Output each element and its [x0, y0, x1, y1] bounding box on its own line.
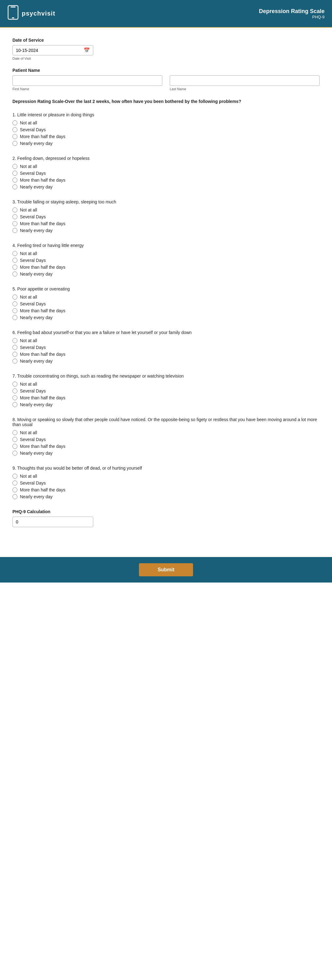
radio-label-q9-o4: Nearly every day	[20, 494, 52, 499]
radio-input-q3-o3[interactable]	[13, 221, 17, 226]
radio-option-q5-o2[interactable]: Several Days	[13, 301, 319, 306]
first-name-label: First Name	[13, 87, 162, 91]
radio-label-q9-o1: Not at all	[20, 474, 37, 479]
section-description-text: Depression Rating Scale-Over the last 2 …	[13, 98, 319, 105]
radio-option-q7-o1[interactable]: Not at all	[13, 382, 319, 387]
radio-option-q9-o2[interactable]: Several Days	[13, 480, 319, 485]
radio-option-q3-o4[interactable]: Nearly every day	[13, 228, 319, 233]
radio-input-q5-o4[interactable]	[13, 315, 17, 320]
radio-option-q8-o2[interactable]: Several Days	[13, 437, 319, 442]
radio-option-q3-o2[interactable]: Several Days	[13, 214, 319, 219]
radio-input-q5-o2[interactable]	[13, 301, 17, 306]
radio-option-q4-o3[interactable]: More than half the days	[13, 265, 319, 270]
question-block-3: 3. Trouble falling or staying asleep, sl…	[13, 199, 319, 233]
radio-label-q6-o2: Several Days	[20, 345, 46, 350]
radio-input-q2-o3[interactable]	[13, 178, 17, 183]
radio-option-q2-o2[interactable]: Several Days	[13, 171, 319, 176]
radio-option-q2-o1[interactable]: Not at all	[13, 164, 319, 169]
radio-input-q3-o1[interactable]	[13, 207, 17, 212]
radio-option-q8-o1[interactable]: Not at all	[13, 430, 319, 435]
svg-rect-0	[8, 6, 18, 19]
radio-option-q7-o4[interactable]: Nearly every day	[13, 402, 319, 407]
radio-input-q1-o4[interactable]	[13, 141, 17, 146]
name-row: First Name Last Name	[13, 75, 319, 91]
radio-option-q1-o2[interactable]: Several Days	[13, 127, 319, 132]
radio-label-q9-o2: Several Days	[20, 480, 46, 485]
radio-input-q9-o1[interactable]	[13, 474, 17, 479]
radio-option-q4-o1[interactable]: Not at all	[13, 251, 319, 256]
radio-option-q4-o4[interactable]: Nearly every day	[13, 272, 319, 277]
last-name-field: Last Name	[170, 75, 319, 91]
radio-option-q3-o1[interactable]: Not at all	[13, 207, 319, 212]
radio-option-q7-o2[interactable]: Several Days	[13, 388, 319, 393]
radio-input-q7-o3[interactable]	[13, 395, 17, 400]
radio-input-q5-o3[interactable]	[13, 308, 17, 313]
radio-option-q6-o2[interactable]: Several Days	[13, 345, 319, 350]
radio-input-q1-o1[interactable]	[13, 120, 17, 125]
first-name-input[interactable]	[13, 75, 162, 86]
radio-option-q9-o1[interactable]: Not at all	[13, 474, 319, 479]
radio-label-q1-o3: More than half the days	[20, 134, 65, 139]
radio-input-q7-o2[interactable]	[13, 388, 17, 393]
radio-label-q6-o3: More than half the days	[20, 352, 65, 357]
radio-input-q1-o2[interactable]	[13, 127, 17, 132]
radio-option-q4-o2[interactable]: Several Days	[13, 258, 319, 263]
radio-input-q8-o3[interactable]	[13, 444, 17, 449]
radio-option-q1-o4[interactable]: Nearly every day	[13, 141, 319, 146]
radio-input-q4-o1[interactable]	[13, 251, 17, 256]
radio-option-q2-o4[interactable]: Nearly every day	[13, 185, 319, 189]
radio-label-q5-o2: Several Days	[20, 301, 46, 306]
radio-option-q5-o3[interactable]: More than half the days	[13, 308, 319, 313]
calendar-icon[interactable]: 📅	[84, 47, 90, 53]
radio-input-q4-o2[interactable]	[13, 258, 17, 263]
radio-input-q6-o2[interactable]	[13, 345, 17, 350]
radio-option-q9-o3[interactable]: More than half the days	[13, 487, 319, 492]
radio-input-q3-o2[interactable]	[13, 214, 17, 219]
radio-label-q2-o4: Nearly every day	[20, 185, 52, 189]
radio-option-q1-o3[interactable]: More than half the days	[13, 134, 319, 139]
radio-option-q1-o1[interactable]: Not at all	[13, 120, 319, 125]
radio-input-q8-o4[interactable]	[13, 451, 17, 456]
radio-input-q7-o4[interactable]	[13, 402, 17, 407]
radio-input-q6-o3[interactable]	[13, 352, 17, 357]
radio-input-q8-o1[interactable]	[13, 430, 17, 435]
radio-input-q9-o4[interactable]	[13, 494, 17, 499]
last-name-input[interactable]	[170, 75, 319, 86]
radio-input-q7-o1[interactable]	[13, 382, 17, 387]
radio-option-q7-o3[interactable]: More than half the days	[13, 395, 319, 400]
radio-option-q6-o4[interactable]: Nearly every day	[13, 359, 319, 364]
radio-option-q6-o3[interactable]: More than half the days	[13, 352, 319, 357]
radio-option-q9-o4[interactable]: Nearly every day	[13, 494, 319, 499]
radio-option-q5-o1[interactable]: Not at all	[13, 294, 319, 299]
radio-input-q2-o2[interactable]	[13, 171, 17, 176]
radio-input-q2-o4[interactable]	[13, 185, 17, 189]
phq-calc-label: PHQ-9 Calculation	[13, 509, 319, 514]
radio-label-q7-o3: More than half the days	[20, 395, 65, 400]
radio-input-q3-o4[interactable]	[13, 228, 17, 233]
radio-input-q5-o1[interactable]	[13, 294, 17, 299]
radio-option-q6-o1[interactable]: Not at all	[13, 338, 319, 343]
radio-input-q6-o4[interactable]	[13, 359, 17, 364]
radio-input-q1-o3[interactable]	[13, 134, 17, 139]
phq-calc-input[interactable]	[13, 517, 93, 527]
radio-label-q8-o4: Nearly every day	[20, 451, 52, 456]
radio-option-q2-o3[interactable]: More than half the days	[13, 178, 319, 183]
radio-input-q6-o1[interactable]	[13, 338, 17, 343]
radio-input-q9-o3[interactable]	[13, 487, 17, 492]
date-input-wrapper[interactable]: 📅	[13, 45, 93, 56]
radio-label-q7-o2: Several Days	[20, 388, 46, 393]
radio-input-q9-o2[interactable]	[13, 480, 17, 485]
submit-button[interactable]: Submit	[139, 563, 193, 576]
radio-option-q3-o3[interactable]: More than half the days	[13, 221, 319, 226]
date-input[interactable]	[16, 48, 84, 53]
first-name-field: First Name	[13, 75, 162, 91]
radio-option-q8-o3[interactable]: More than half the days	[13, 444, 319, 449]
radio-option-q8-o4[interactable]: Nearly every day	[13, 451, 319, 456]
radio-input-q8-o2[interactable]	[13, 437, 17, 442]
question-block-6: 6. Feeling bad about yourself-or that yo…	[13, 330, 319, 364]
radio-input-q4-o3[interactable]	[13, 265, 17, 270]
radio-option-q5-o4[interactable]: Nearly every day	[13, 315, 319, 320]
question-title-9: 9. Thoughts that you would be better off…	[13, 466, 319, 471]
radio-input-q4-o4[interactable]	[13, 272, 17, 277]
radio-input-q2-o1[interactable]	[13, 164, 17, 169]
